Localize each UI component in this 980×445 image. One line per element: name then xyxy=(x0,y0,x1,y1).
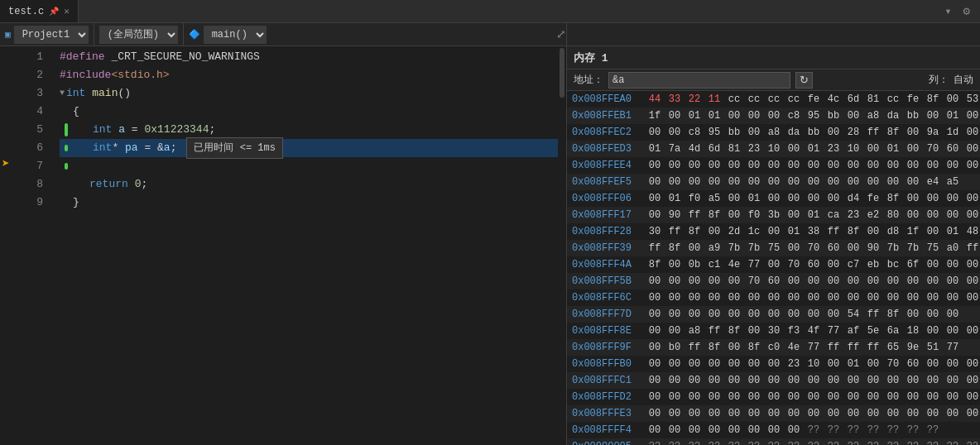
memory-byte[interactable]: 00 xyxy=(785,306,802,323)
memory-byte[interactable]: 00 xyxy=(885,389,901,405)
memory-byte[interactable]: ?? xyxy=(905,438,921,445)
memory-byte[interactable]: ?? xyxy=(925,422,941,438)
memory-byte[interactable]: 00 xyxy=(706,157,723,174)
function-select[interactable]: main() xyxy=(204,26,267,44)
memory-byte[interactable]: 00 xyxy=(825,190,842,207)
memory-byte[interactable]: c8 xyxy=(785,108,802,124)
memory-byte[interactable]: 00 xyxy=(746,124,762,141)
memory-byte[interactable]: 30 xyxy=(646,223,663,240)
memory-byte[interactable]: 00 xyxy=(825,405,842,422)
memory-byte[interactable]: ca xyxy=(825,207,842,223)
memory-byte[interactable]: 00 xyxy=(785,273,802,289)
refresh-button[interactable]: ↻ xyxy=(795,72,813,89)
memory-byte[interactable]: 00 xyxy=(905,289,921,306)
memory-byte[interactable]: 00 xyxy=(666,422,683,438)
memory-byte[interactable]: 23 xyxy=(825,141,842,157)
memory-byte[interactable]: 8f xyxy=(646,256,663,273)
memory-byte[interactable]: ?? xyxy=(885,438,901,445)
memory-byte[interactable]: 00 xyxy=(964,273,980,289)
memory-byte[interactable]: 00 xyxy=(726,372,742,389)
memory-byte[interactable]: 70 xyxy=(925,141,941,157)
memory-byte[interactable]: 6a xyxy=(885,323,901,339)
memory-byte[interactable]: 8f xyxy=(885,124,901,141)
memory-byte[interactable]: da xyxy=(885,108,901,124)
memory-byte[interactable]: 1f xyxy=(646,108,663,124)
memory-byte[interactable]: ?? xyxy=(666,438,683,445)
memory-byte[interactable]: 00 xyxy=(666,372,683,389)
memory-byte[interactable]: 1c xyxy=(746,223,762,240)
memory-byte[interactable]: 00 xyxy=(805,306,822,323)
memory-byte[interactable]: 00 xyxy=(646,323,663,339)
memory-byte[interactable]: bb xyxy=(805,124,822,141)
memory-byte[interactable]: 01 xyxy=(746,190,762,207)
memory-byte[interactable]: 8f xyxy=(666,240,683,256)
memory-byte[interactable]: 18 xyxy=(905,323,921,339)
memory-byte[interactable]: ?? xyxy=(686,438,703,445)
memory-byte[interactable]: ?? xyxy=(845,438,862,445)
memory-byte[interactable]: 00 xyxy=(805,405,822,422)
memory-byte[interactable]: 00 xyxy=(944,372,961,389)
memory-byte[interactable]: 10 xyxy=(845,141,862,157)
memory-byte[interactable]: 00 xyxy=(905,141,921,157)
memory-byte[interactable]: 00 xyxy=(964,323,980,339)
memory-byte[interactable]: 00 xyxy=(865,289,882,306)
memory-byte[interactable]: 00 xyxy=(746,405,762,422)
memory-byte[interactable]: 00 xyxy=(964,207,980,223)
memory-byte[interactable]: ?? xyxy=(746,438,762,445)
memory-byte[interactable]: ?? xyxy=(825,422,842,438)
memory-byte[interactable]: 00 xyxy=(964,108,980,124)
memory-byte[interactable]: a5 xyxy=(706,190,723,207)
memory-byte[interactable]: 00 xyxy=(925,108,941,124)
memory-byte[interactable]: 00 xyxy=(766,306,782,323)
memory-byte[interactable]: cc xyxy=(785,91,802,108)
memory-byte[interactable]: 00 xyxy=(964,372,980,389)
memory-byte[interactable]: 00 xyxy=(766,356,782,372)
memory-byte[interactable]: 01 xyxy=(706,108,723,124)
memory-byte[interactable]: 00 xyxy=(746,323,762,339)
memory-byte[interactable]: 00 xyxy=(726,157,742,174)
tab-pin-icon[interactable]: 📌 xyxy=(49,7,59,17)
collapse-arrow[interactable]: ▼ xyxy=(60,84,65,103)
memory-byte[interactable]: 00 xyxy=(865,389,882,405)
memory-byte[interactable]: 00 xyxy=(944,157,961,174)
memory-byte[interactable]: 00 xyxy=(686,405,703,422)
memory-byte[interactable]: 00 xyxy=(766,405,782,422)
memory-byte[interactable]: 00 xyxy=(964,405,980,422)
memory-byte[interactable]: 10 xyxy=(766,141,782,157)
memory-byte[interactable]: ?? xyxy=(964,438,980,445)
tab-close-icon[interactable]: ✕ xyxy=(64,6,70,17)
memory-byte[interactable]: e2 xyxy=(865,207,882,223)
memory-byte[interactable]: 00 xyxy=(925,256,941,273)
memory-byte[interactable]: 00 xyxy=(925,306,941,323)
memory-byte[interactable]: d8 xyxy=(885,223,901,240)
memory-byte[interactable]: 00 xyxy=(726,405,742,422)
memory-byte[interactable]: 00 xyxy=(646,372,663,389)
memory-byte[interactable]: 00 xyxy=(726,306,742,323)
memory-byte[interactable]: 00 xyxy=(865,174,882,190)
memory-byte[interactable]: 00 xyxy=(885,405,901,422)
memory-byte[interactable]: 00 xyxy=(706,306,723,323)
memory-byte[interactable]: 00 xyxy=(686,389,703,405)
memory-byte[interactable]: 60 xyxy=(825,240,842,256)
memory-byte[interactable]: 00 xyxy=(885,372,901,389)
memory-byte[interactable]: 11 xyxy=(706,91,723,108)
memory-byte[interactable]: 00 xyxy=(825,372,842,389)
memory-byte[interactable]: 00 xyxy=(964,256,980,273)
dropdown-icon[interactable]: ▾ xyxy=(941,2,954,20)
memory-byte[interactable]: 7b xyxy=(726,240,742,256)
memory-byte[interactable]: 00 xyxy=(766,389,782,405)
memory-byte[interactable]: 00 xyxy=(825,157,842,174)
memory-byte[interactable]: 60 xyxy=(944,141,961,157)
memory-byte[interactable]: 00 xyxy=(746,372,762,389)
memory-byte[interactable]: 77 xyxy=(805,339,822,356)
memory-byte[interactable]: 00 xyxy=(925,405,941,422)
memory-byte[interactable]: 00 xyxy=(845,405,862,422)
memory-byte[interactable]: 00 xyxy=(865,405,882,422)
memory-byte[interactable]: a8 xyxy=(686,323,703,339)
memory-byte[interactable]: 00 xyxy=(666,157,683,174)
memory-byte[interactable]: ff xyxy=(825,339,842,356)
memory-byte[interactable]: 23 xyxy=(785,356,802,372)
memory-byte[interactable]: ?? xyxy=(706,438,723,445)
memory-byte[interactable]: 4f xyxy=(805,323,822,339)
memory-byte[interactable]: 00 xyxy=(845,157,862,174)
